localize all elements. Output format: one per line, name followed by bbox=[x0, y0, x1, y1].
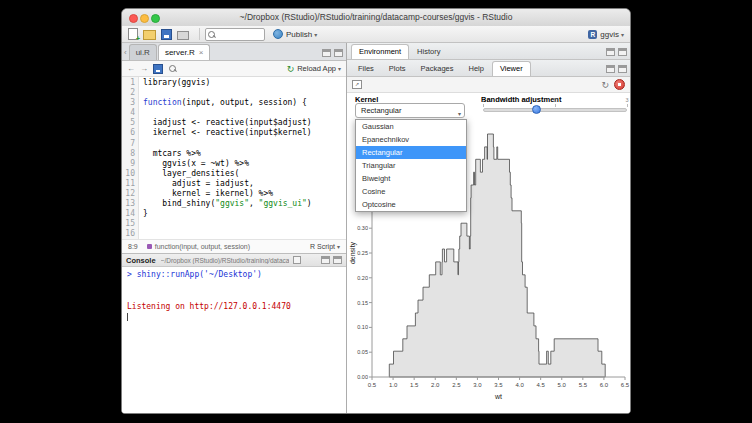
source-tab-server-r[interactable]: server.R× bbox=[158, 44, 210, 60]
new-file-icon[interactable]: + bbox=[128, 28, 138, 40]
kernel-option-epanechnikov[interactable]: Epanechnikov bbox=[356, 133, 466, 146]
pane-layout: ‹ ui.Rserver.R× ← → ↻ bbox=[122, 43, 630, 413]
line-number: 8 bbox=[122, 149, 135, 159]
console-tab[interactable]: Console bbox=[126, 256, 156, 265]
line-number: 3 bbox=[122, 98, 135, 108]
kernel-option-cosine[interactable]: Cosine bbox=[356, 185, 466, 198]
chevron-down-icon: ▾ bbox=[458, 108, 461, 121]
code-editor[interactable]: 12345678910111213141516 library(ggvis) f… bbox=[122, 77, 346, 239]
open-in-new-window-icon[interactable] bbox=[293, 256, 301, 264]
editor-statusbar: 8:9 function(input, output, session) R S… bbox=[122, 239, 346, 253]
kernel-option-gaussian[interactable]: Gaussian bbox=[356, 120, 466, 133]
tab-packages[interactable]: Packages bbox=[414, 62, 461, 76]
right-column: EnvironmentHistory FilesPlotsPackagesHel… bbox=[347, 43, 630, 413]
kernel-select[interactable]: Rectangular ▾ bbox=[355, 103, 465, 118]
doc-type-menu[interactable]: R Script ▾ bbox=[310, 243, 340, 250]
maximize-pane-icon[interactable] bbox=[618, 65, 627, 73]
search-icon bbox=[208, 31, 215, 38]
slider-track[interactable] bbox=[483, 108, 627, 112]
project-menu[interactable]: R ggvis ▾ bbox=[588, 30, 624, 39]
tab-environment[interactable]: Environment bbox=[351, 44, 409, 59]
code-line[interactable]: library(ggvis) bbox=[143, 78, 346, 88]
code-line[interactable]: } bbox=[143, 209, 346, 219]
editor-code[interactable]: library(ggvis) function(input, output, s… bbox=[139, 77, 346, 239]
code-line[interactable]: kernel = ikernel) %>% bbox=[143, 189, 346, 199]
maximize-pane-icon[interactable] bbox=[334, 49, 343, 57]
back-icon[interactable]: ← bbox=[127, 64, 135, 73]
find-icon[interactable] bbox=[169, 65, 176, 72]
environment-tabbar: EnvironmentHistory bbox=[347, 43, 630, 60]
tab-plots[interactable]: Plots bbox=[382, 62, 413, 76]
code-line[interactable] bbox=[143, 139, 346, 149]
reload-icon: ↻ bbox=[287, 64, 295, 74]
line-number: 11 bbox=[122, 179, 135, 189]
tab-history[interactable]: History bbox=[410, 45, 447, 59]
refresh-icon[interactable]: ↻ bbox=[601, 80, 609, 90]
window-titlebar[interactable]: ~/Dropbox (RStudio)/RStudio/training/dat… bbox=[122, 9, 630, 27]
maximize-pane-icon[interactable] bbox=[333, 256, 342, 264]
code-line[interactable]: ikernel <- reactive(input$kernel) bbox=[143, 128, 346, 138]
console-output[interactable]: > shiny::runApp('~/Desktop') Listening o… bbox=[122, 267, 346, 413]
editor-gutter: 12345678910111213141516 bbox=[122, 77, 139, 239]
line-number: 9 bbox=[122, 159, 135, 169]
x-tick-label: 3.0 bbox=[473, 382, 482, 388]
bandwidth-slider[interactable]: 123 bbox=[481, 95, 629, 121]
open-in-browser-icon[interactable]: ↗ bbox=[352, 80, 362, 89]
kernel-option-biweight[interactable]: Biweight bbox=[356, 172, 466, 185]
window-title: ~/Dropbox (RStudio)/RStudio/training/dat… bbox=[122, 12, 630, 22]
x-tick-label: 0.5 bbox=[368, 382, 377, 388]
code-line[interactable]: ggvis(x = ~wt) %>% bbox=[143, 159, 346, 169]
line-number: 1 bbox=[122, 78, 135, 88]
viewer-toolbar: ↗ ↻ bbox=[347, 77, 630, 93]
code-line[interactable] bbox=[143, 88, 346, 98]
code-line[interactable]: mtcars %>% bbox=[143, 149, 346, 159]
line-number: 15 bbox=[122, 219, 135, 229]
forward-icon[interactable]: → bbox=[140, 64, 148, 73]
slider-tick-mark bbox=[555, 104, 556, 107]
save-icon[interactable] bbox=[153, 64, 163, 74]
x-tick-label: 6.0 bbox=[600, 382, 609, 388]
code-line[interactable] bbox=[143, 229, 346, 239]
scope-indicator[interactable]: function(input, output, session) bbox=[147, 243, 250, 250]
code-line[interactable]: function(input, output, session) { bbox=[143, 98, 346, 108]
code-line[interactable] bbox=[143, 219, 346, 229]
close-icon[interactable]: × bbox=[199, 48, 204, 57]
kernel-dropdown-menu: GaussianEpanechnikovRectangularTriangula… bbox=[355, 119, 467, 212]
minimize-pane-icon[interactable] bbox=[322, 49, 331, 57]
code-line[interactable]: layer_densities( bbox=[143, 169, 346, 179]
tab-files[interactable]: Files bbox=[351, 62, 381, 76]
maximize-pane-icon[interactable] bbox=[618, 48, 627, 56]
open-folder-icon[interactable] bbox=[143, 30, 156, 40]
reload-app-button[interactable]: ↻ Reload App ▾ bbox=[287, 64, 341, 74]
source-pane: ‹ ui.Rserver.R× ← → ↻ bbox=[122, 43, 346, 253]
chevron-left-icon[interactable]: ‹ bbox=[124, 48, 127, 57]
slider-tick-label: 1 bbox=[481, 97, 484, 103]
save-icon[interactable] bbox=[161, 29, 172, 40]
code-line[interactable]: adjust = iadjust, bbox=[143, 179, 346, 189]
slider-handle[interactable] bbox=[532, 105, 541, 114]
code-line[interactable]: iadjust <- reactive(input$adjust) bbox=[143, 118, 346, 128]
console-header: Console ~/Dropbox (RStudio)/RStudio/trai… bbox=[122, 253, 346, 267]
publish-button[interactable]: Publish ▾ bbox=[273, 29, 317, 39]
minimize-pane-icon[interactable] bbox=[606, 48, 615, 56]
slider-tick-label: 3 bbox=[625, 97, 628, 103]
tab-help[interactable]: Help bbox=[461, 62, 490, 76]
kernel-option-rectangular[interactable]: Rectangular bbox=[356, 146, 466, 159]
code-line[interactable]: bind_shiny("ggvis", "ggvis_ui") bbox=[143, 199, 346, 209]
console-line: Listening on http://127.0.0.1:4470 bbox=[127, 302, 341, 313]
minimize-pane-icon[interactable] bbox=[606, 65, 615, 73]
stop-app-icon[interactable] bbox=[614, 79, 625, 90]
line-number: 7 bbox=[122, 139, 135, 149]
print-icon[interactable] bbox=[177, 31, 189, 40]
code-line[interactable] bbox=[143, 108, 346, 118]
goto-file-search[interactable] bbox=[205, 28, 265, 41]
slider-tick-mark bbox=[627, 104, 628, 107]
kernel-option-optcosine[interactable]: Optcosine bbox=[356, 198, 466, 211]
console-line bbox=[127, 281, 341, 292]
line-number: 12 bbox=[122, 189, 135, 199]
tab-viewer[interactable]: Viewer bbox=[492, 61, 531, 76]
kernel-option-triangular[interactable]: Triangular bbox=[356, 159, 466, 172]
minimize-pane-icon[interactable] bbox=[321, 256, 330, 264]
source-tab-ui-r[interactable]: ui.R bbox=[129, 44, 157, 60]
chevron-down-icon: ▾ bbox=[337, 243, 340, 250]
